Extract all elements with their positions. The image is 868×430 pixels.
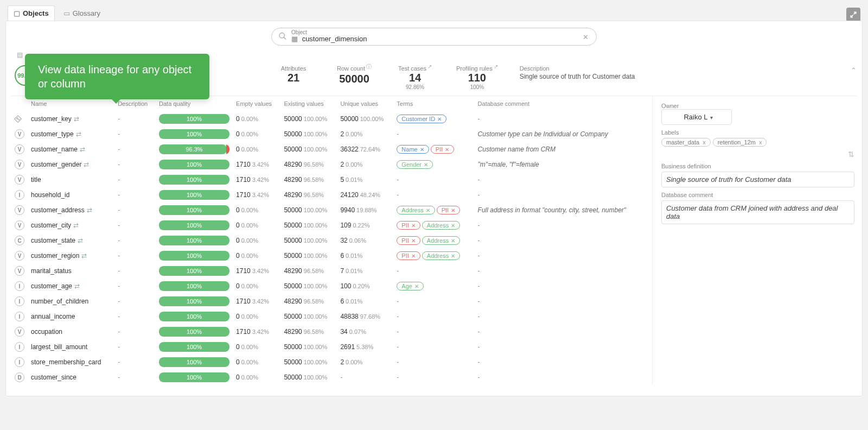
table-row[interactable]: D customer_since - 100% 00.00% 50000100.… <box>11 370 650 385</box>
dash: - <box>478 374 480 381</box>
clear-search-icon[interactable]: ✕ <box>583 33 589 41</box>
type-badge: I <box>15 342 24 352</box>
search-icon <box>278 31 287 42</box>
lineage-icon[interactable]: ⇄ <box>73 222 79 229</box>
data-quality-bar: 100% <box>159 372 229 382</box>
db-comment: "m"=male, "f"=female <box>478 161 539 168</box>
remove-term-icon[interactable]: ✕ <box>414 283 419 289</box>
table-row[interactable]: V customer_gender⇄ - 100% 17103.42% 4829… <box>11 157 650 172</box>
external-icon[interactable]: ↗ <box>494 64 498 69</box>
table-row[interactable]: V title - 100% 17103.42% 4829096.58% 50.… <box>11 172 650 187</box>
tab-glossary[interactable]: ▭ Glossary <box>58 6 106 21</box>
table-row[interactable]: V occupation - 100% 17103.42% 4829096.58… <box>11 324 650 339</box>
table-row[interactable]: I largest_bill_amount - 100% 00.00% 5000… <box>11 339 650 355</box>
dash: - <box>397 267 399 275</box>
label-pill[interactable]: master_datax <box>661 138 711 147</box>
lineage-icon[interactable]: ⇄ <box>76 130 81 138</box>
lineage-icon[interactable]: ⇄ <box>80 146 85 153</box>
lineage-icon[interactable]: ⇄ <box>74 282 80 290</box>
table-row[interactable]: I household_id - 100% 17103.42% 4829096.… <box>11 187 650 203</box>
term-pill[interactable]: Name✕ <box>397 145 429 154</box>
column-name: customer_address <box>31 206 85 214</box>
table-row[interactable]: I annual_income - 100% 00.00% 50000100.0… <box>11 309 650 324</box>
column-name: store_membership_card <box>31 358 101 366</box>
remove-term-icon[interactable]: ✕ <box>451 238 455 244</box>
type-badge: C <box>15 236 24 245</box>
resize-handle-icon[interactable]: ⇅ <box>661 150 854 159</box>
lineage-icon[interactable]: ⇄ <box>74 115 79 123</box>
label-pill[interactable]: retention_12mx <box>713 138 767 147</box>
term-pill[interactable]: PII✕ <box>397 236 420 245</box>
dash: - <box>478 328 480 336</box>
remove-term-icon[interactable]: ✕ <box>437 116 442 122</box>
dash: - <box>478 343 480 351</box>
breadcrumb-db[interactable]: ▤ <box>17 51 23 59</box>
external-icon[interactable]: ↗ <box>427 64 432 69</box>
term-pill[interactable]: PII✕ <box>437 206 460 214</box>
term-pill[interactable]: PII✕ <box>397 221 420 230</box>
book-icon: ▭ <box>63 9 70 17</box>
table-row[interactable]: V customer_name⇄ - 96.3% 00.00% 50000100… <box>11 142 650 157</box>
table-row[interactable]: V customer_address⇄ - 100% 00.00% 500001… <box>11 203 650 218</box>
remove-term-icon[interactable]: ✕ <box>445 147 449 153</box>
table-row[interactable]: V customer_region⇄ - 100% 00.00% 5000010… <box>11 248 650 263</box>
table-row[interactable]: V customer_city⇄ - 100% 00.00% 50000100.… <box>11 218 650 233</box>
lineage-icon[interactable]: ⇄ <box>81 252 87 260</box>
description-cell: - <box>118 374 120 381</box>
column-name: customer_region <box>31 252 79 260</box>
info-icon: ⓘ <box>366 64 372 69</box>
object-search[interactable]: Object ▦ customer_dimension ✕ <box>271 28 597 46</box>
business-definition-input[interactable]: Single source of truth for Customer data <box>661 172 854 187</box>
lineage-icon[interactable]: ⇄ <box>78 237 83 244</box>
table-row[interactable]: C customer_state⇄ - 100% 00.00% 50000100… <box>11 233 650 248</box>
database-comment-input[interactable]: Customer data from CRM joined with addre… <box>661 200 854 224</box>
column-name: household_id <box>31 191 69 199</box>
remove-label-icon[interactable]: x <box>759 139 762 146</box>
remove-term-icon[interactable]: ✕ <box>420 147 424 153</box>
remove-term-icon[interactable]: ✕ <box>411 238 416 244</box>
dash: - <box>397 191 399 199</box>
column-name: occupation <box>31 328 62 336</box>
lineage-icon[interactable]: ⇄ <box>84 161 89 168</box>
chevron-up-icon[interactable]: ⌃ <box>851 66 857 74</box>
remove-term-icon[interactable]: ✕ <box>411 253 416 259</box>
term-pill[interactable]: Address✕ <box>422 251 460 260</box>
search-value: customer_dimension <box>302 35 367 43</box>
term-pill[interactable]: Address✕ <box>422 236 460 245</box>
term-pill[interactable]: PII✕ <box>431 145 454 154</box>
type-badge: V <box>15 205 24 215</box>
description-cell: - <box>118 115 120 123</box>
term-pill[interactable]: Age✕ <box>397 282 424 290</box>
term-pill[interactable]: PII✕ <box>397 251 420 260</box>
tab-label: Glossary <box>73 9 100 17</box>
expand-icon[interactable] <box>846 8 860 22</box>
remove-term-icon[interactable]: ✕ <box>411 223 416 229</box>
dash: - <box>478 115 480 123</box>
col-empty: Empty values <box>233 96 280 111</box>
description-cell: - <box>118 282 120 290</box>
owner-select[interactable]: Raiko L▾ <box>661 109 732 125</box>
table-row[interactable]: I customer_age⇄ - 100% 00.00% 50000100.0… <box>11 279 650 294</box>
table-row[interactable]: V customer_type⇄ - 100% 00.00% 50000100.… <box>11 127 650 142</box>
remove-term-icon[interactable]: ✕ <box>451 207 455 213</box>
table-row[interactable]: V marital_status - 100% 17103.42% 482909… <box>11 263 650 279</box>
remove-term-icon[interactable]: ✕ <box>424 162 428 168</box>
data-quality-bar: 100% <box>159 175 229 185</box>
remove-term-icon[interactable]: ✕ <box>451 223 455 229</box>
data-quality-bar: 100% <box>159 129 229 139</box>
lineage-icon[interactable]: ⇄ <box>87 206 92 214</box>
remove-term-icon[interactable]: ✕ <box>451 253 455 259</box>
col-dbc: Database comment <box>475 96 650 111</box>
type-badge: I <box>15 190 24 200</box>
term-pill[interactable]: Address✕ <box>397 206 435 214</box>
table-row[interactable]: I store_membership_card - 100% 00.00% 50… <box>11 355 650 370</box>
term-pill[interactable]: Gender✕ <box>397 160 433 169</box>
tab-objects[interactable]: ▢ Objects <box>8 5 55 21</box>
table-row[interactable]: ⚿ customer_key⇄ - 100% 00.00% 50000100.0… <box>11 111 650 127</box>
term-pill[interactable]: Address✕ <box>422 221 460 230</box>
term-pill[interactable]: Customer ID✕ <box>397 115 446 123</box>
stat-attributes: Attributes 21 <box>274 65 313 84</box>
table-row[interactable]: I number_of_children - 100% 17103.42% 48… <box>11 294 650 309</box>
remove-term-icon[interactable]: ✕ <box>426 207 430 213</box>
remove-label-icon[interactable]: x <box>703 139 706 146</box>
